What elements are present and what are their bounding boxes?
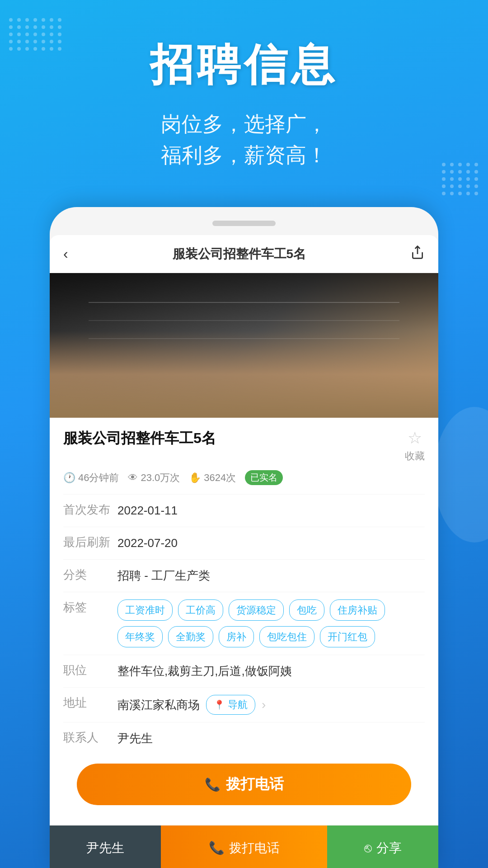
subtitle-line1: 岗位多，选择广， xyxy=(18,108,470,140)
job-title-row: 服装公司招整件车工5名 ☆ 收藏 xyxy=(63,429,425,463)
job-image xyxy=(50,273,438,418)
contact-label: 联系人 xyxy=(63,730,117,745)
first-publish-value: 2022-01-11 xyxy=(117,502,425,519)
job-main-title: 服装公司招整件车工5名 xyxy=(63,429,396,448)
collect-label: 收藏 xyxy=(405,449,425,463)
tags-label: 标签 xyxy=(63,599,117,615)
phone-notch xyxy=(212,221,276,226)
contact-row: 联系人 尹先生 xyxy=(63,722,425,755)
tag-item: 年终奖 xyxy=(117,626,163,647)
hand-icon: ✋ xyxy=(189,472,201,484)
nav-title: 服装公司招整件车工5名 xyxy=(173,245,306,263)
position-row: 职位 整件车位,裁剪主刀,后道,做饭阿姨 xyxy=(63,655,425,687)
clock-icon: 🕐 xyxy=(63,472,75,484)
category-value: 招聘 - 工厂生产类 xyxy=(117,567,425,585)
tag-item: 开门红包 xyxy=(320,626,375,647)
bottom-action-bar: 尹先生 📞 拨打电话 ⎋ 分享 xyxy=(50,825,438,868)
tag-item: 房补 xyxy=(219,626,254,647)
address-value-row: 南溪江家私商场 📍 导航 › xyxy=(117,695,425,715)
address-text: 南溪江家私商场 xyxy=(117,696,200,714)
address-row: 地址 南溪江家私商场 📍 导航 › xyxy=(63,687,425,722)
category-label: 分类 xyxy=(63,567,117,583)
page-header: 招聘信息 岗位多，选择广， 福利多，薪资高！ xyxy=(0,0,488,189)
eye-icon: 👁 xyxy=(128,472,138,484)
bottom-share-icon: ⎋ xyxy=(364,841,372,855)
workshop-image xyxy=(50,273,438,418)
navigation-bar: ‹ 服装公司招整件车工5名 xyxy=(50,235,438,273)
share-bottom-button[interactable]: ⎋ 分享 xyxy=(327,826,438,868)
page-title: 招聘信息 xyxy=(18,36,470,95)
star-icon: ☆ xyxy=(408,429,422,448)
page-subtitle: 岗位多，选择广， 福利多，薪资高！ xyxy=(18,108,470,171)
time-ago: 🕐 46分钟前 xyxy=(63,471,119,485)
map-icon: 📍 xyxy=(214,699,225,710)
tag-item: 货源稳定 xyxy=(229,599,284,621)
tag-item: 住房补贴 xyxy=(330,599,385,621)
tag-item: 全勤奖 xyxy=(168,626,213,647)
decorative-dots-topleft xyxy=(9,18,62,51)
chevron-right-icon: › xyxy=(262,695,266,714)
first-publish-row: 首次发布 2022-01-11 xyxy=(63,494,425,527)
subtitle-line2: 福利多，薪资高！ xyxy=(18,140,470,171)
phone-mockup: ‹ 服装公司招整件车工5名 服装公司招整件车工5名 ☆ 收藏 xyxy=(50,207,438,868)
tag-item: 工资准时 xyxy=(117,599,173,621)
last-refresh-value: 2022-07-20 xyxy=(117,534,425,552)
last-refresh-row: 最后刷新 2022-07-20 xyxy=(63,527,425,559)
back-button[interactable]: ‹ xyxy=(63,245,68,262)
call-bottom-button[interactable]: 📞 拨打电话 xyxy=(161,826,328,868)
job-meta-row: 🕐 46分钟前 👁 23.0万次 ✋ 3624次 已实名 xyxy=(63,470,425,485)
app-content: ‹ 服装公司招整件车工5名 服装公司招整件车工5名 ☆ 收藏 xyxy=(50,235,438,868)
address-label: 地址 xyxy=(63,695,117,711)
verified-badge: 已实名 xyxy=(245,470,283,485)
last-refresh-label: 最后刷新 xyxy=(63,534,117,550)
tag-item: 包吃 xyxy=(289,599,324,621)
decorative-circle xyxy=(434,407,488,542)
call-icon: 📞 xyxy=(205,777,221,792)
collect-button[interactable]: ☆ 收藏 xyxy=(405,429,425,463)
position-value: 整件车位,裁剪主刀,后道,做饭阿姨 xyxy=(117,662,425,680)
position-label: 职位 xyxy=(63,662,117,678)
first-publish-label: 首次发布 xyxy=(63,502,117,518)
navigation-button[interactable]: 📍 导航 xyxy=(206,695,255,715)
tag-item: 工价高 xyxy=(178,599,223,621)
bottom-call-icon: 📞 xyxy=(209,840,225,855)
category-row: 分类 招聘 - 工厂生产类 xyxy=(63,559,425,592)
tags-list: 工资准时工价高货源稳定包吃住房补贴年终奖全勤奖房补包吃包住开门红包 xyxy=(117,599,425,647)
tag-item: 包吃包住 xyxy=(259,626,314,647)
views-count: 👁 23.0万次 xyxy=(128,471,180,485)
job-info-section: 服装公司招整件车工5名 ☆ 收藏 🕐 46分钟前 👁 23.0万次 ✋ xyxy=(50,418,438,825)
applies-count: ✋ 3624次 xyxy=(189,471,236,485)
tags-container: 工资准时工价高货源稳定包吃住房补贴年终奖全勤奖房补包吃包住开门红包 xyxy=(117,599,425,647)
detail-table: 首次发布 2022-01-11 最后刷新 2022-07-20 分类 招聘 - … xyxy=(63,494,425,755)
contact-bottom-button[interactable]: 尹先生 xyxy=(50,826,161,868)
share-icon[interactable] xyxy=(410,245,425,263)
tags-row: 标签 工资准时工价高货源稳定包吃住房补贴年终奖全勤奖房补包吃包住开门红包 xyxy=(63,592,425,655)
call-button[interactable]: 📞 拨打电话 xyxy=(77,764,411,805)
contact-value: 尹先生 xyxy=(117,730,425,747)
